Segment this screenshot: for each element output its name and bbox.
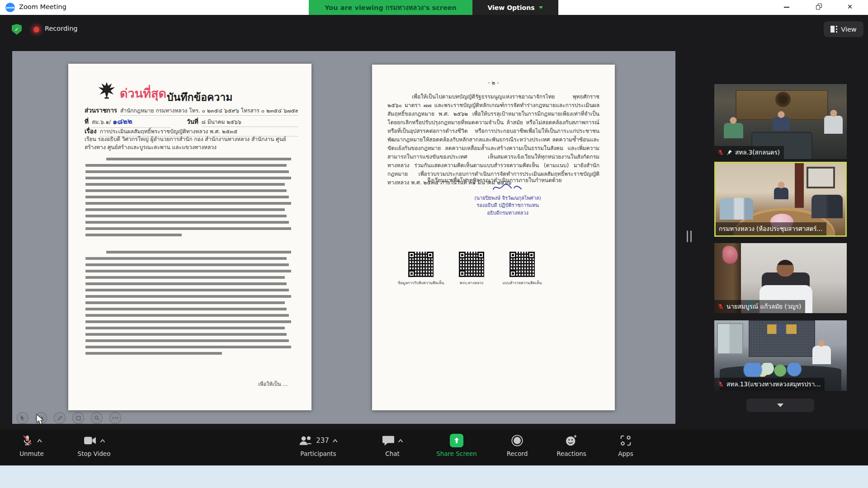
close-icon: ✕ xyxy=(847,4,853,10)
participant-name: สทล.3(สกลนคร) xyxy=(735,147,780,157)
qr-label-survey: แบบสำรวจความคิดเห็น xyxy=(493,280,552,286)
chevron-down-icon xyxy=(539,6,543,9)
qr-code-survey xyxy=(509,252,535,277)
reactions-smiley-icon xyxy=(565,434,578,447)
meeting-toolbar: Unmute Stop Video 237 Participants Chat xyxy=(0,429,868,465)
mic-muted-icon xyxy=(717,149,724,155)
signer-title-2: อธิบดีกรมทางหลวง xyxy=(456,210,560,217)
more-tools-button[interactable] xyxy=(109,412,121,424)
participant-tile[interactable]: นายสมบูรณ์ แก้วลมัย (วญร) xyxy=(714,243,847,313)
participant-namebar: นายสมบูรณ์ แก้วลมัย (วญร) xyxy=(714,300,805,313)
number-label: ที่ xyxy=(85,117,89,127)
record-icon xyxy=(511,434,524,447)
page2-paragraph: เพื่อให้เป็นไปตามบทบัญญัติรัฐธรรมนูญแห่ง… xyxy=(387,93,599,187)
participants-label: Participants xyxy=(287,450,350,457)
garuda-emblem-icon xyxy=(96,79,117,103)
screen-share-banner: You are viewing กรมทางหลวง's screen xyxy=(309,0,472,15)
shared-screen-area: ด่วนที่สุด บันทึกข้อความ ส่วนราชการ สำนั… xyxy=(12,51,675,424)
view-button[interactable]: View xyxy=(824,21,863,37)
minimize-icon xyxy=(784,7,789,8)
qr-label-act: พรบ.ทางหลวง xyxy=(442,280,501,286)
share-screen-button[interactable]: Share Screen xyxy=(423,432,490,463)
signature-block: (นายปิยพงษ์ จิรวัฒนกุลไพศาล) รองอธิบดี ป… xyxy=(456,183,560,217)
stop-video-button[interactable]: Stop Video xyxy=(66,432,122,463)
mouse-cursor xyxy=(36,414,45,427)
recording-label: Recording xyxy=(45,25,78,32)
participant-name: สทล.13(แขวงทางหลวงสมุทรปรา... xyxy=(726,379,821,389)
memo-title: บันทึกข้อความ xyxy=(167,89,232,105)
body-paragraph-2 xyxy=(85,251,295,358)
record-label: Record xyxy=(495,450,540,457)
to-line: เรียน รองอธิบดี วิศวกรใหญ่ ผู้อำนวยการสำ… xyxy=(85,135,296,151)
security-shield-icon[interactable]: ✓ xyxy=(12,24,22,35)
restore-icon xyxy=(817,5,822,9)
recording-dot-icon xyxy=(33,27,39,33)
video-options-chevron[interactable] xyxy=(100,439,105,442)
window-title: Zoom Meeting xyxy=(19,3,66,10)
unmute-label: Unmute xyxy=(8,450,55,457)
more-participants-button[interactable] xyxy=(746,399,814,412)
view-button-label: View xyxy=(841,26,856,33)
qr-code-feedback xyxy=(408,252,434,277)
urgent-stamp: ด่วนที่สุด xyxy=(120,84,166,103)
stop-video-label: Stop Video xyxy=(66,450,122,457)
pointer-tool-button[interactable] xyxy=(17,412,28,424)
minimize-button[interactable] xyxy=(776,0,797,14)
reactions-label: Reactions xyxy=(547,450,596,457)
pin-icon xyxy=(726,149,732,155)
apps-button[interactable]: Apps xyxy=(603,432,648,463)
zoom-app-icon: zoom xyxy=(5,3,15,12)
spotlight-tool-button[interactable] xyxy=(91,412,103,424)
participant-tile-active-speaker[interactable]: กรมทางหลวง (ห้องประชุมสารศาสตร์... xyxy=(714,162,847,237)
participant-name: นายสมบูรณ์ แก้วลมัย (วญร) xyxy=(726,301,801,311)
agency-row: ส่วนราชการ สำนักกฎหมาย กรมทางหลวง โทร. ๐… xyxy=(85,105,298,116)
view-options-button[interactable]: View Options xyxy=(472,0,558,15)
panel-resize-handle[interactable] xyxy=(687,230,692,242)
video-camera-icon xyxy=(83,435,97,446)
qr-code-act xyxy=(459,252,484,277)
body-paragraph-1 xyxy=(85,158,295,240)
record-button[interactable]: Record xyxy=(495,432,540,463)
unmute-button[interactable]: Unmute xyxy=(8,432,55,463)
chat-button[interactable]: Chat xyxy=(367,432,418,463)
signer-title-1: รองอธิบดี ปฏิบัติราชการแทน xyxy=(456,202,560,210)
chat-options-chevron[interactable] xyxy=(398,439,403,442)
mic-muted-icon xyxy=(21,434,33,447)
window-titlebar: zoom Zoom Meeting You are viewing กรมทาง… xyxy=(0,0,868,15)
share-screen-icon xyxy=(450,434,463,447)
participant-namebar: สทล.13(แขวงทางหลวงสมุทรปรา... xyxy=(714,378,825,391)
participants-count: 237 xyxy=(316,436,329,445)
document-page-2: - ๒ - เพื่อให้เป็นไปตามบทบัญญัติรัฐธรรมน… xyxy=(372,65,615,410)
date-label: วันที่ xyxy=(187,117,198,127)
stamp-tool-button[interactable] xyxy=(72,412,84,424)
handwritten-number: ๑๘๒๒ xyxy=(112,116,132,127)
participants-button[interactable]: 237 Participants xyxy=(287,432,350,463)
document-page-1: ด่วนที่สุด บันทึกข้อความ ส่วนราชการ สำนั… xyxy=(68,64,311,410)
participant-namebar: กรมทางหลวง (ห้องประชุมสารศาสตร์... xyxy=(716,222,826,235)
participants-icon xyxy=(299,435,312,446)
participant-name: กรมทางหลวง (ห้องประชุมสารศาสตร์... xyxy=(719,224,822,234)
subject-label: เรื่อง xyxy=(85,126,97,136)
agency-label: ส่วนราชการ xyxy=(85,105,117,115)
qr-label-feedback: ข้อมูลการรับฟังความคิดเห็น xyxy=(392,280,450,286)
chevron-down-icon xyxy=(777,404,783,407)
restore-button[interactable] xyxy=(809,0,830,14)
page1-partial-line: เพื่อให้เป็น ... xyxy=(258,380,288,388)
participant-tile[interactable]: สทล.13(แขวงทางหลวงสมุทรปรา... xyxy=(714,320,847,391)
reactions-button[interactable]: Reactions xyxy=(547,432,596,463)
participant-tile[interactable]: สทล.3(สกลนคร) xyxy=(714,84,847,159)
share-screen-label: Share Screen xyxy=(423,450,490,457)
annotation-toolbar xyxy=(17,412,121,424)
page-number: - ๒ - xyxy=(372,78,615,87)
mic-muted-icon xyxy=(717,381,724,387)
date-value: ๘ มีนาคม ๒๕๖๖ xyxy=(202,117,298,127)
signature-icon xyxy=(491,183,524,192)
apps-label: Apps xyxy=(603,450,648,457)
close-button[interactable]: ✕ xyxy=(840,0,860,14)
audio-options-chevron[interactable] xyxy=(37,439,42,442)
participants-options-chevron[interactable] xyxy=(333,439,338,442)
windows-taskbar: zoom W N ไทย 2:42 PM 3/15/2023 xyxy=(0,465,868,488)
view-options-label: View Options xyxy=(487,4,534,11)
chat-bubble-icon xyxy=(382,435,395,446)
pen-tool-button[interactable] xyxy=(54,412,66,424)
